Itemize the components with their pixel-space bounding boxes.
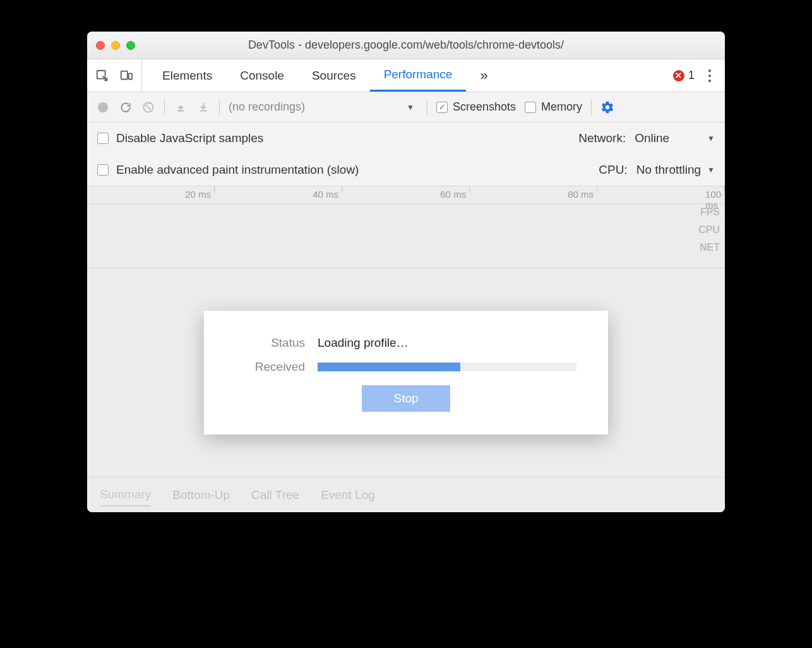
details-tabs: Summary Bottom-Up Call Tree Event Log xyxy=(87,477,725,512)
lane-labels: FPS CPU NET xyxy=(698,207,720,253)
lane-net: NET xyxy=(698,242,720,253)
btab-call-tree[interactable]: Call Tree xyxy=(251,484,299,506)
minimize-window-icon[interactable] xyxy=(111,41,120,50)
main-tabbar: Elements Console Sources Performance » ✕… xyxy=(87,59,725,92)
save-profile-icon[interactable] xyxy=(196,100,210,114)
lane-fps: FPS xyxy=(698,207,720,218)
tick: 80 ms xyxy=(568,189,597,200)
main-panel: Status Loading profile… Received Stop xyxy=(87,268,725,477)
devtools-window: DevTools - developers.google.com/web/too… xyxy=(87,32,725,512)
paint-instrumentation-label: Enable advanced paint instrumentation (s… xyxy=(116,163,359,177)
status-value: Loading profile… xyxy=(318,336,576,350)
chevron-down-icon: ▼ xyxy=(707,165,715,174)
received-progress-track xyxy=(318,363,576,371)
reload-icon[interactable] xyxy=(119,100,133,114)
btab-bottom-up[interactable]: Bottom-Up xyxy=(172,484,230,506)
error-count: 1 xyxy=(688,69,695,82)
more-menu-icon[interactable] xyxy=(702,69,717,82)
device-toolbar-icon[interactable] xyxy=(117,67,135,85)
window-title: DevTools - developers.google.com/web/too… xyxy=(87,39,725,52)
btab-event-log[interactable]: Event Log xyxy=(321,484,375,506)
recordings-label: (no recordings) xyxy=(229,100,305,114)
capture-settings-panel: Disable JavaScript samples Network: Onli… xyxy=(87,123,725,186)
svg-rect-5 xyxy=(177,110,184,111)
received-label: Received xyxy=(236,360,318,374)
lane-cpu: CPU xyxy=(698,224,720,236)
performance-toolbar: (no recordings) ▼ Screenshots Memory xyxy=(87,92,725,123)
inspect-element-icon[interactable] xyxy=(93,67,111,85)
screenshots-checkbox[interactable] xyxy=(436,102,448,113)
timeline-ruler: 20 ms 40 ms 60 ms 80 ms 100 ms xyxy=(87,186,725,204)
tick: 60 ms xyxy=(440,189,470,200)
error-icon: ✕ xyxy=(673,70,684,81)
svg-rect-6 xyxy=(200,110,207,111)
memory-label: Memory xyxy=(541,100,582,114)
capture-settings-icon[interactable] xyxy=(600,100,614,114)
chevron-down-icon: ▼ xyxy=(407,103,414,112)
titlebar: DevTools - developers.google.com/web/too… xyxy=(87,32,725,59)
tick: 40 ms xyxy=(313,189,342,200)
disable-js-checkbox[interactable] xyxy=(97,133,109,144)
network-value: Online xyxy=(635,131,669,145)
recordings-select[interactable]: (no recordings) ▼ xyxy=(229,100,418,114)
svg-rect-1 xyxy=(121,71,128,79)
loading-modal: Status Loading profile… Received Stop xyxy=(204,311,608,435)
btab-summary[interactable]: Summary xyxy=(100,484,151,507)
status-label: Status xyxy=(236,336,318,350)
svg-point-3 xyxy=(98,102,108,112)
timeline-overview[interactable]: 20 ms 40 ms 60 ms 80 ms 100 ms FPS CPU N… xyxy=(87,186,725,268)
cpu-select[interactable]: No throttling ▼ xyxy=(636,163,715,177)
screenshots-label: Screenshots xyxy=(453,100,516,114)
tabs-overflow-icon[interactable]: » xyxy=(466,59,501,92)
load-profile-icon[interactable] xyxy=(174,100,188,114)
maximize-window-icon[interactable] xyxy=(126,41,135,50)
tab-performance[interactable]: Performance xyxy=(370,59,467,92)
tab-sources[interactable]: Sources xyxy=(298,59,370,92)
window-controls xyxy=(96,41,135,50)
cpu-value: No throttling xyxy=(636,163,701,177)
error-count-badge[interactable]: ✕ 1 xyxy=(673,69,695,82)
tab-console[interactable]: Console xyxy=(226,59,298,92)
svg-rect-2 xyxy=(129,73,133,79)
network-label: Network: xyxy=(578,131,626,145)
tab-elements[interactable]: Elements xyxy=(148,59,226,92)
cpu-label: CPU: xyxy=(599,163,627,177)
disable-js-label: Disable JavaScript samples xyxy=(116,131,263,145)
record-icon[interactable] xyxy=(96,100,110,114)
memory-checkbox[interactable] xyxy=(525,102,536,113)
network-select[interactable]: Online ▼ xyxy=(635,131,715,145)
clear-icon[interactable] xyxy=(141,100,155,114)
chevron-down-icon: ▼ xyxy=(707,134,715,143)
paint-instrumentation-checkbox[interactable] xyxy=(97,164,109,176)
received-progress-fill xyxy=(318,363,460,371)
tick: 20 ms xyxy=(185,189,215,200)
stop-button[interactable]: Stop xyxy=(362,385,450,412)
close-window-icon[interactable] xyxy=(96,41,105,50)
